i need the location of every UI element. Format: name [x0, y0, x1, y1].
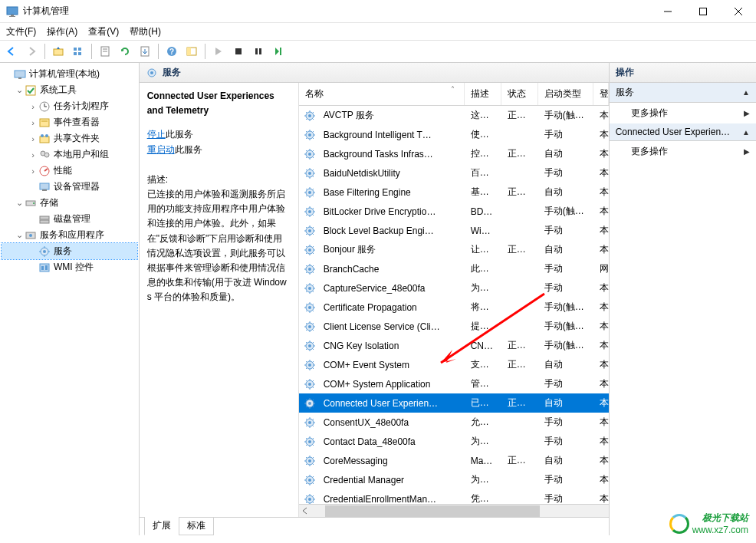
properties-button[interactable]: [97, 43, 113, 60]
menu-action[interactable]: 操作(A): [47, 25, 77, 38]
tree-disk-management[interactable]: 磁盘管理: [2, 211, 137, 227]
action-section-services[interactable]: 服务▲: [610, 83, 756, 103]
svg-line-244: [306, 457, 307, 459]
service-row[interactable]: CoreMessagingMan…正在…自动本: [299, 451, 609, 470]
gear-icon: [304, 455, 316, 467]
svg-line-126: [312, 227, 314, 229]
service-row[interactable]: COM+ System Application管理…手动本: [299, 374, 609, 393]
restart-service-button[interactable]: [270, 43, 287, 60]
svg-point-189: [308, 364, 311, 367]
tree-event-viewer[interactable]: ›事件查看器: [2, 114, 137, 130]
col-start[interactable]: 启动类型: [538, 83, 593, 105]
col-login[interactable]: 登: [593, 83, 609, 105]
navigation-tree[interactable]: 计算机管理(本地) ⌄系统工具 ›任务计划程序 ›事件查看器 ›共享文件夹 ›本…: [0, 63, 140, 535]
svg-point-249: [308, 479, 311, 482]
svg-line-124: [306, 227, 307, 229]
list-body[interactable]: AVCTP 服务这是…正在…手动(触发…本Background Intellig…: [299, 106, 609, 504]
start-service-button[interactable]: [210, 43, 227, 60]
service-row[interactable]: Connected User Experien…已连…正在…自动本: [299, 393, 609, 413]
minimize-button[interactable]: [650, 0, 685, 23]
service-row[interactable]: BranchCache此服…手动网: [299, 259, 609, 278]
tree-storage[interactable]: ⌄存储: [2, 195, 137, 211]
col-desc[interactable]: 描述: [465, 83, 501, 105]
cell-name: Connected User Experien…: [317, 397, 465, 410]
menu-help[interactable]: 帮助(H): [130, 25, 161, 38]
tree-shared-folders[interactable]: ›共享文件夹: [2, 130, 137, 146]
cell-name: CNG Key Isolation: [317, 339, 465, 353]
service-row[interactable]: BaiduNetdiskUtility百度…手动本: [299, 163, 609, 183]
show-hide-button[interactable]: [183, 43, 200, 60]
tree-services-apps[interactable]: ⌄服务和应用程序: [2, 227, 137, 243]
service-row[interactable]: BitLocker Drive Encryptio…BDE…手动(触发…本: [299, 202, 609, 221]
tree-task-scheduler[interactable]: ›任务计划程序: [2, 98, 137, 114]
restart-service-link[interactable]: 重启动: [147, 144, 175, 155]
svg-line-234: [306, 438, 307, 439]
service-row[interactable]: Certificate Propagation将用…手动(触发…本: [299, 298, 609, 317]
svg-rect-4: [700, 8, 707, 15]
svg-line-106: [312, 189, 314, 190]
service-row[interactable]: Client License Service (Cli…提供…手动(触发…本: [299, 317, 609, 336]
refresh-button[interactable]: [117, 43, 133, 60]
tree-wmi[interactable]: WMI 控件: [2, 259, 137, 275]
forward-button[interactable]: [23, 43, 40, 60]
svg-rect-20: [235, 48, 242, 54]
svg-rect-11: [78, 52, 81, 55]
menu-file[interactable]: 文件(F): [6, 25, 36, 38]
tree-local-users[interactable]: ›本地用户和组: [2, 146, 137, 163]
service-row[interactable]: CaptureService_48e00fa为调…手动本: [299, 278, 609, 298]
service-row[interactable]: Background Tasks Infras…控制…正在…自动本: [299, 144, 609, 163]
up-button[interactable]: [50, 43, 67, 60]
service-row[interactable]: AVCTP 服务这是…正在…手动(触发…本: [299, 106, 609, 125]
action-more-2[interactable]: 更多操作▶: [610, 141, 756, 162]
gear-icon: [304, 359, 316, 371]
service-row[interactable]: Contact Data_48e00fa为联…手动本: [299, 432, 609, 451]
main-content: 计算机管理(本地) ⌄系统工具 ›任务计划程序 ›事件查看器 ›共享文件夹 ›本…: [0, 63, 756, 535]
cell-status: [501, 479, 538, 482]
tree-root[interactable]: 计算机管理(本地): [2, 66, 137, 82]
action-section-selected[interactable]: Connected User Experien…▲: [610, 123, 756, 141]
svg-line-196: [312, 361, 314, 363]
service-row[interactable]: COM+ Event System支持…正在…自动本: [299, 355, 609, 374]
svg-line-226: [312, 419, 314, 420]
actions-header: 操作: [610, 63, 756, 83]
stop-service-button[interactable]: [230, 43, 247, 60]
help-button[interactable]: ?: [163, 43, 180, 60]
tab-standard[interactable]: 标准: [179, 517, 214, 535]
horizontal-scrollbar[interactable]: [299, 504, 609, 517]
view-list-button[interactable]: [70, 43, 87, 60]
service-row[interactable]: Credential Manager为用…手动本: [299, 470, 609, 489]
service-row[interactable]: Bonjour 服务让硬…正在…自动本: [299, 240, 609, 259]
service-row[interactable]: Block Level Backup Engi…Win…手动本: [299, 221, 609, 240]
tree-services[interactable]: 服务: [2, 243, 137, 259]
menu-view[interactable]: 查看(V): [88, 25, 119, 38]
tree-performance[interactable]: ›性能: [2, 163, 137, 179]
service-row[interactable]: Base Filtering Engine基本…正在…自动本: [299, 183, 609, 202]
svg-line-145: [312, 272, 314, 273]
action-more-1[interactable]: 更多操作▶: [610, 103, 756, 123]
pause-service-button[interactable]: [250, 43, 267, 60]
back-button[interactable]: [3, 43, 20, 60]
stop-service-link[interactable]: 停止: [147, 129, 166, 140]
tab-extended[interactable]: 扩展: [144, 517, 179, 535]
svg-rect-25: [18, 77, 21, 79]
col-name[interactable]: 名称: [299, 83, 465, 105]
tree-device-manager[interactable]: 设备管理器: [2, 179, 137, 195]
cell-status: [501, 383, 538, 386]
service-row[interactable]: ConsentUX_48e00fa允许…手动本: [299, 413, 609, 432]
cell-start: 手动(触发…: [538, 107, 593, 123]
cell-login: 本: [593, 452, 609, 469]
close-button[interactable]: [721, 0, 756, 23]
services-list: 名称 描述 状态 启动类型 登 AVCTP 服务这是…正在…手动(触发…本Bac…: [299, 83, 609, 517]
service-row[interactable]: CNG Key IsolationCNG…正在…手动(触发…本: [299, 336, 609, 355]
service-row[interactable]: Background Intelligent T…使用…手动本: [299, 125, 609, 144]
svg-point-259: [308, 498, 311, 501]
col-status[interactable]: 状态: [501, 83, 538, 105]
maximize-button[interactable]: [685, 0, 721, 23]
app-icon: [6, 5, 18, 18]
svg-line-95: [312, 176, 314, 177]
gear-icon: [304, 186, 316, 199]
cell-start: 手动: [538, 261, 593, 277]
export-button[interactable]: [136, 43, 153, 60]
tree-system-tools[interactable]: ⌄系统工具: [2, 82, 137, 98]
service-row[interactable]: CredentialEnrollmentMan…凭据…手动本: [299, 489, 609, 504]
